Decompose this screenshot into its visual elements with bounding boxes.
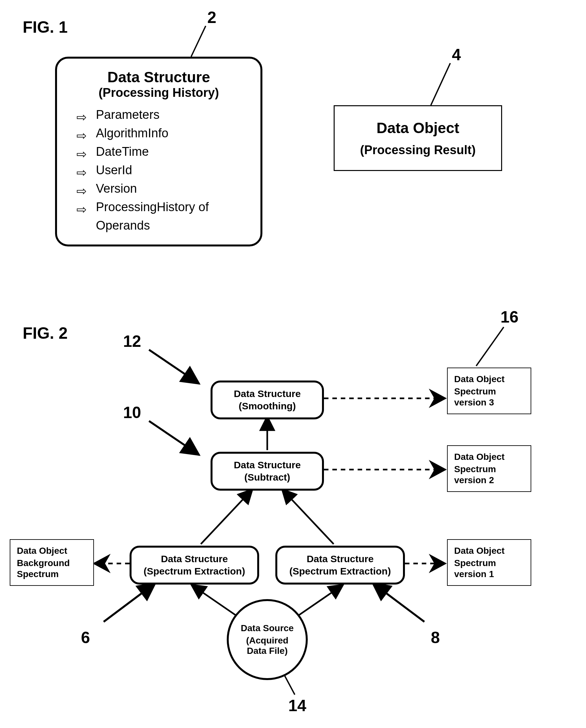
node-subtitle: (Smoothing) [219, 400, 315, 412]
obj-title: Data Object [454, 546, 524, 556]
data-object-title: Data Object [345, 119, 491, 137]
obj-line3: Spectrum [17, 569, 87, 579]
node-subtitle: (Subtract) [219, 472, 315, 483]
obj-line3: version 3 [454, 397, 524, 408]
node-title: Data Structure [219, 460, 315, 471]
node-subtitle: (Spectrum Extraction) [284, 566, 397, 577]
data-structure-subtitle: (Processing History) [70, 86, 248, 100]
list-item: ⇨Version [76, 179, 248, 198]
node-data-source: Data Source (Acquired Data File) [227, 599, 308, 680]
ref-16: 16 [501, 308, 519, 327]
node-extract-left: Data Structure (Spectrum Extraction) [130, 546, 259, 584]
svg-line-1 [431, 63, 450, 105]
node-object-v3: Data Object Spectrum version 3 [447, 368, 531, 414]
svg-line-5 [373, 583, 424, 622]
list-item: ⇨UserId [76, 161, 248, 179]
node-subtitle: (Spectrum Extraction) [138, 566, 251, 577]
bullet-arrow-icon: ⇨ [76, 201, 87, 219]
list-item: ⇨DateTime [76, 142, 248, 161]
svg-line-3 [149, 421, 199, 455]
list-item: ⇨Parameters [76, 106, 248, 124]
obj-title: Data Object [454, 374, 524, 384]
obj-title: Data Object [17, 546, 87, 556]
data-object-box: Data Object (Processing Result) [334, 105, 502, 171]
data-structure-title: Data Structure [70, 68, 248, 86]
obj-title: Data Object [454, 452, 524, 462]
ref-8: 8 [431, 628, 440, 647]
node-title: Data Structure [219, 388, 315, 399]
list-item: ⇨ProcessingHistory of Operands [76, 198, 248, 235]
obj-line2: Spectrum [454, 464, 524, 474]
node-title: Data Structure [284, 553, 397, 565]
data-structure-fields: ⇨Parameters ⇨AlgorithmInfo ⇨DateTime ⇨Us… [70, 106, 248, 235]
svg-line-10 [201, 489, 253, 544]
node-title: Data Source [241, 623, 294, 633]
obj-line2: Spectrum [454, 558, 524, 568]
node-subtitle-line1: (Acquired [246, 635, 289, 646]
ref-2: 2 [207, 8, 216, 27]
svg-line-4 [104, 583, 155, 622]
node-subtitle-line2: Data File) [247, 646, 288, 656]
obj-line2: Background [17, 558, 87, 568]
data-object-subtitle: (Processing Result) [345, 143, 491, 157]
ref-4: 4 [452, 45, 461, 64]
node-object-v2: Data Object Spectrum version 2 [447, 445, 531, 492]
obj-line2: Spectrum [454, 386, 524, 397]
obj-line3: version 1 [454, 569, 524, 579]
node-extract-right: Data Structure (Spectrum Extraction) [275, 546, 405, 584]
ref-14: 14 [288, 696, 306, 715]
svg-line-2 [149, 350, 199, 384]
obj-line3: version 2 [454, 475, 524, 486]
list-item: ⇨AlgorithmInfo [76, 124, 248, 142]
node-object-background: Data Object Background Spectrum [10, 539, 94, 586]
page: FIG. 1 2 4 Data Structure (Processing Hi… [0, 0, 586, 728]
svg-line-11 [282, 489, 334, 544]
svg-line-0 [191, 26, 206, 57]
ref-6: 6 [81, 628, 90, 647]
node-subtract: Data Structure (Subtract) [210, 452, 324, 491]
node-object-v1: Data Object Spectrum version 1 [447, 539, 531, 586]
node-title: Data Structure [138, 553, 251, 565]
figure-2-label: FIG. 2 [23, 324, 68, 343]
data-structure-box: Data Structure (Processing History) ⇨Par… [55, 57, 262, 246]
figure-1-label: FIG. 1 [23, 18, 68, 36]
ref-12: 12 [123, 332, 141, 351]
svg-line-6 [476, 327, 504, 366]
ref-10: 10 [123, 403, 141, 422]
node-smoothing: Data Structure (Smoothing) [210, 381, 324, 419]
